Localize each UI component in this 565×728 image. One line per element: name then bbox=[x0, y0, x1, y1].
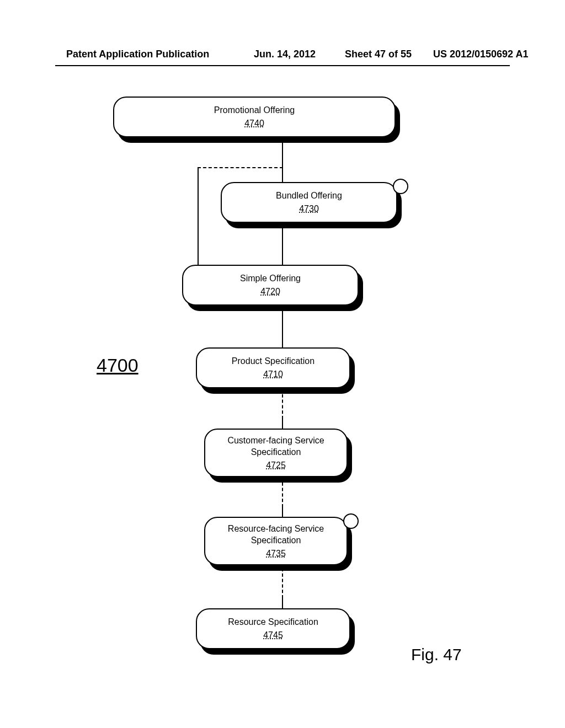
box-title: Resource-facing Service Specification bbox=[211, 523, 341, 547]
box-simple-offering: Simple Offering 4720 bbox=[182, 265, 367, 310]
header-date: Jun. 14, 2012 bbox=[254, 49, 316, 60]
box-title: Product Specification bbox=[232, 355, 315, 367]
box-ref: 4740 bbox=[244, 117, 264, 130]
box-ref: 4745 bbox=[263, 629, 283, 641]
header-rule bbox=[55, 65, 510, 66]
connector-dashed bbox=[282, 568, 283, 598]
box-ref: 4730 bbox=[299, 203, 319, 215]
connector bbox=[282, 167, 283, 184]
self-loop-icon bbox=[343, 513, 359, 529]
figure-ref-number: 4700 bbox=[97, 355, 138, 376]
box-resource-spec: Resource Specification 4745 bbox=[196, 608, 359, 654]
box-title: Resource Specification bbox=[228, 616, 318, 628]
figure-label: Fig. 47 bbox=[411, 645, 462, 664]
box-ref: 4725 bbox=[266, 459, 286, 472]
box-ref: 4735 bbox=[266, 548, 286, 560]
self-loop-icon bbox=[393, 179, 408, 194]
connector bbox=[282, 223, 283, 266]
box-ref: 4720 bbox=[260, 286, 280, 298]
box-title: Bundled Offering bbox=[276, 190, 342, 202]
header-sheet: Sheet 47 of 55 bbox=[345, 49, 412, 60]
box-bundled-offering: Bundled Offering 4730 bbox=[221, 182, 408, 227]
connector bbox=[198, 167, 199, 266]
box-title: Simple Offering bbox=[240, 272, 301, 285]
connector bbox=[282, 598, 283, 609]
box-title: Customer-facing Service Specification bbox=[211, 435, 341, 458]
header-publication: Patent Application Publication bbox=[66, 49, 209, 60]
box-resource-facing-spec: Resource-facing Service Specification 47… bbox=[204, 517, 364, 570]
box-product-spec: Product Specification 4710 bbox=[196, 347, 359, 393]
connector bbox=[282, 306, 283, 347]
box-title: Promotional Offering bbox=[214, 104, 295, 116]
box-ref: 4710 bbox=[263, 368, 283, 381]
box-promotional-offering: Promotional Offering 4740 bbox=[113, 97, 400, 141]
box-customer-facing-spec: Customer-facing Service Specification 47… bbox=[204, 429, 356, 481]
header-docnum: US 2012/0150692 A1 bbox=[433, 49, 528, 60]
connector-dashed bbox=[198, 167, 283, 168]
figure-diagram: Promotional Offering 4740 Bundled Offeri… bbox=[0, 91, 565, 698]
